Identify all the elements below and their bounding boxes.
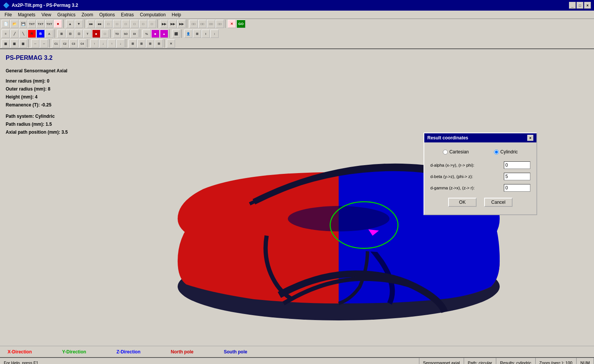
- sep2-3: [140, 30, 141, 38]
- minimize-btn[interactable]: _: [569, 2, 576, 9]
- tb2-23[interactable]: ↕: [210, 30, 219, 38]
- tb2-3[interactable]: ╲: [19, 30, 27, 38]
- tb-b8[interactable]: □: [148, 20, 156, 28]
- menu-graphics[interactable]: Graphics: [54, 11, 78, 18]
- tb-up[interactable]: ▲: [66, 20, 74, 28]
- tb3-4[interactable]: ↔: [31, 39, 39, 48]
- tb-stop2[interactable]: ✕: [228, 20, 236, 28]
- tb2-7[interactable]: ⊞: [57, 30, 66, 38]
- cancel-button[interactable]: Cancel: [484, 198, 513, 207]
- tb3-1[interactable]: ▦: [2, 39, 10, 48]
- tb2-4[interactable]: R: [28, 30, 36, 38]
- tb-down[interactable]: ▼: [75, 20, 83, 28]
- tb-c3[interactable]: ▶▶: [177, 20, 186, 28]
- tb2-17[interactable]: ■: [151, 30, 159, 38]
- status-zoom: Zoom (perc.): 100: [536, 358, 577, 364]
- tb-b6[interactable]: □: [130, 20, 139, 28]
- cylindric-radio-label[interactable]: Cylindric: [494, 149, 518, 155]
- menu-file[interactable]: File: [2, 11, 15, 18]
- tb2-18[interactable]: ▲: [160, 30, 168, 38]
- menu-extras[interactable]: Extras: [118, 11, 137, 18]
- tb3-16[interactable]: ⊞: [146, 39, 154, 48]
- tb2-11[interactable]: ■: [92, 30, 100, 38]
- tb-b7[interactable]: □: [139, 20, 147, 28]
- cartesian-radio[interactable]: [443, 150, 448, 155]
- tb2-16[interactable]: %: [142, 30, 151, 38]
- menu-help[interactable]: Help: [169, 11, 184, 18]
- tb3-10[interactable]: ↑: [90, 39, 98, 48]
- legend-y: Y-Direction: [62, 349, 86, 355]
- tb3-15[interactable]: ⊞: [137, 39, 145, 48]
- tb-d3[interactable]: □□: [207, 20, 215, 28]
- tb3-9[interactable]: C4: [78, 39, 86, 48]
- dialog-close-btn[interactable]: ×: [527, 135, 533, 141]
- cartesian-radio-label[interactable]: Cartesian: [443, 149, 469, 155]
- tb-b3[interactable]: □: [104, 20, 113, 28]
- tb-b2[interactable]: ■■: [95, 20, 104, 28]
- sep3-4: [126, 39, 127, 48]
- info-subtitle: General Sensormagnet Axial: [6, 67, 78, 75]
- tb3-6[interactable]: C1: [52, 39, 60, 48]
- tb3-11[interactable]: ↓: [99, 39, 107, 48]
- cartesian-label: Cartesian: [449, 149, 469, 155]
- tb-txt1[interactable]: TXT: [28, 20, 36, 28]
- tb2-22[interactable]: I: [202, 30, 210, 38]
- tb2-21[interactable]: ⊞: [193, 30, 201, 38]
- tb2-2[interactable]: ╱: [10, 30, 19, 38]
- tb3-18[interactable]: ✕: [167, 39, 175, 48]
- sep-4: [187, 20, 188, 28]
- close-btn[interactable]: ×: [584, 2, 591, 9]
- tb2-5[interactable]: B: [36, 30, 45, 38]
- menu-zoom[interactable]: Zoom: [78, 11, 96, 18]
- tb2-19[interactable]: ⬛: [172, 30, 180, 38]
- d-gamma-input[interactable]: [504, 184, 530, 192]
- tb2-15[interactable]: DI: [130, 30, 139, 38]
- tb3-3[interactable]: ▦: [19, 39, 27, 48]
- tb2-10[interactable]: T: [83, 30, 92, 38]
- menu-computation[interactable]: Computation: [137, 11, 169, 18]
- tb-go[interactable]: GO: [236, 20, 245, 28]
- d-alpha-input[interactable]: [504, 161, 530, 169]
- tb-stop[interactable]: ■: [54, 20, 62, 28]
- tb3-5[interactable]: ↔: [40, 39, 48, 48]
- tb-open[interactable]: 📂: [10, 20, 19, 28]
- tb2-8[interactable]: ⊟: [66, 30, 74, 38]
- tb-txt3[interactable]: TXT: [45, 20, 53, 28]
- menu-magnets[interactable]: Magnets: [15, 11, 38, 18]
- tb3-12[interactable]: ↑: [108, 39, 116, 48]
- menu-view[interactable]: View: [38, 11, 54, 18]
- tb3-7[interactable]: C2: [61, 39, 69, 48]
- menu-options[interactable]: Options: [96, 11, 118, 18]
- tb-c1[interactable]: ▶▶: [160, 20, 168, 28]
- tb-c2[interactable]: ▶▶: [169, 20, 177, 28]
- tb-txt2[interactable]: TXT: [36, 20, 45, 28]
- tb3-13[interactable]: ↓: [116, 39, 125, 48]
- path-system: Path system: Cylindric: [6, 113, 78, 120]
- tb-d4[interactable]: □□: [216, 20, 224, 28]
- tb2-1[interactable]: ≡: [2, 30, 10, 38]
- d-beta-input[interactable]: [504, 173, 530, 180]
- tb-b1[interactable]: ■■: [87, 20, 95, 28]
- tb2-14[interactable]: SO: [122, 30, 130, 38]
- maximize-btn[interactable]: □: [577, 2, 583, 9]
- tb2-20[interactable]: 👤: [184, 30, 192, 38]
- tb2-9[interactable]: ⊡: [75, 30, 83, 38]
- tb-b5[interactable]: □: [122, 20, 130, 28]
- tb2-6[interactable]: A: [45, 30, 53, 38]
- ok-button[interactable]: OK: [448, 198, 477, 207]
- tb3-14[interactable]: ⊞: [128, 39, 137, 48]
- tb-save[interactable]: 💾: [19, 20, 27, 28]
- tb2-12[interactable]: □: [101, 30, 109, 38]
- tb3-2[interactable]: ▦: [10, 39, 19, 48]
- outer-radius: Outer radius (mm): 8: [6, 86, 78, 93]
- tb3-8[interactable]: C3: [69, 39, 78, 48]
- tb-d2[interactable]: □□: [198, 20, 206, 28]
- sep-3: [157, 20, 159, 28]
- cylindric-radio[interactable]: [494, 150, 499, 155]
- tb-d1[interactable]: □□: [189, 20, 198, 28]
- sep-5: [225, 20, 227, 28]
- tb2-13[interactable]: TO: [113, 30, 121, 38]
- tb3-17[interactable]: ⊞: [155, 39, 163, 48]
- tb-new[interactable]: 📄: [2, 20, 10, 28]
- tb-b4[interactable]: □: [113, 20, 121, 28]
